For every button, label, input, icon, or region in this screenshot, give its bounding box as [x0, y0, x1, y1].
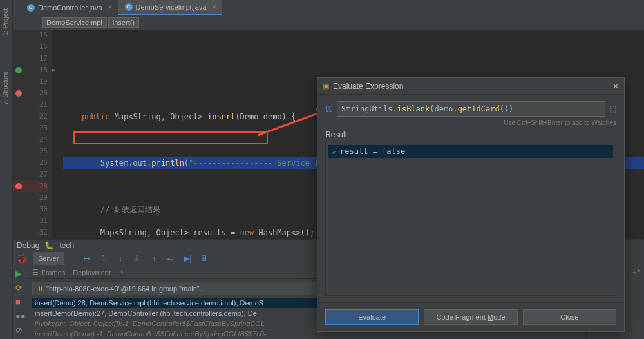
- tab-label: DemoController.java: [38, 4, 102, 12]
- step-over-icon[interactable]: ⤵: [99, 253, 109, 264]
- tab-label: DemoServiceImpl.java: [136, 3, 207, 11]
- run-to-cursor-icon[interactable]: ▶|: [182, 253, 193, 264]
- dialog-titlebar[interactable]: ▣ Evaluate Expression ✕: [317, 78, 624, 95]
- history-icon[interactable]: 🕮: [325, 104, 333, 113]
- breadcrumb-method[interactable]: insert(): [108, 17, 139, 28]
- close-icon[interactable]: ✕: [612, 82, 619, 91]
- step-into-icon[interactable]: ↓: [115, 253, 126, 264]
- debug-side-toolbar: ▶ ⟳ ■ ●● ⊘: [13, 266, 28, 339]
- debug-label: Debug: [17, 241, 39, 250]
- debug-config: tech: [59, 241, 74, 250]
- step-out-icon[interactable]: ↑: [149, 253, 159, 264]
- show-exec-icon[interactable]: ↦: [82, 253, 92, 264]
- java-class-icon: C: [27, 4, 35, 12]
- project-tool[interactable]: 1: Project: [0, 3, 11, 41]
- override-icon[interactable]: [15, 67, 22, 73]
- update-icon[interactable]: ⟳: [15, 283, 26, 293]
- result-label: Result:: [325, 130, 616, 139]
- force-step-icon[interactable]: ⇩: [132, 253, 142, 264]
- result-value: result = false: [340, 147, 405, 156]
- server-tab[interactable]: Server: [33, 252, 64, 265]
- breakpoints-icon[interactable]: ●●: [15, 311, 26, 322]
- expression-input[interactable]: StringUtils.isBlank(demo.getIdCard()): [337, 101, 605, 117]
- resume-icon[interactable]: ▶: [15, 269, 26, 279]
- breadcrumb: DemoServiceImpl insert(): [13, 15, 644, 30]
- tab-democontroller[interactable]: C DemoController.java ×: [21, 0, 118, 15]
- evaluate-icon[interactable]: 🖩: [199, 253, 209, 264]
- drop-frame-icon[interactable]: ⮐: [166, 253, 176, 264]
- chevron-icon[interactable]: →*: [630, 268, 640, 276]
- breakpoint-icon[interactable]: [15, 183, 22, 189]
- tab-demoserviceimpl[interactable]: C DemoServiceImpl.java ×: [118, 0, 223, 15]
- left-toolbar: 1: Project 7: Structure: [0, 0, 13, 339]
- deployment-tab[interactable]: Deployment →*: [73, 269, 123, 276]
- close-button[interactable]: Close: [523, 309, 616, 325]
- result-row[interactable]: ✔ result = false: [328, 145, 613, 158]
- collapse-icon[interactable]: ⊟: [49, 64, 55, 71]
- close-icon[interactable]: ×: [213, 3, 216, 10]
- dialog-title: Evaluate Expression: [333, 82, 609, 91]
- breadcrumb-class[interactable]: DemoServiceImpl: [42, 17, 107, 28]
- hint-text: Use Ctrl+Shift+Enter to add to Watches: [325, 119, 616, 126]
- mute-bp-icon[interactable]: ⊘: [15, 325, 26, 336]
- breakpoint-icon[interactable]: [15, 90, 22, 97]
- result-area: ✔ result = false: [325, 142, 616, 296]
- check-icon: ✔: [332, 148, 336, 155]
- code-fragment-button[interactable]: Code Fragment Mode: [424, 309, 517, 325]
- close-icon[interactable]: ×: [108, 4, 112, 11]
- java-class-icon: C: [125, 3, 133, 11]
- gutter: 15 16 17 ⊟18 19 20 21 22 23 24 25 26 27 …: [13, 30, 52, 239]
- stop-icon[interactable]: ■: [15, 297, 26, 307]
- evaluate-button[interactable]: Evaluate: [325, 309, 419, 325]
- debugger-icon: 🐞: [17, 253, 28, 264]
- window-icon: ▣: [323, 82, 329, 90]
- structure-tool[interactable]: 7: Structure: [0, 66, 11, 110]
- editor-tabs: C DemoController.java × C DemoServiceImp…: [13, 0, 644, 15]
- evaluate-dialog: ▣ Evaluate Expression ✕ 🕮 StringUtils.is…: [317, 77, 625, 332]
- expand-icon[interactable]: ⬚: [609, 104, 616, 113]
- frames-tab[interactable]: ☰ Frames: [32, 268, 65, 276]
